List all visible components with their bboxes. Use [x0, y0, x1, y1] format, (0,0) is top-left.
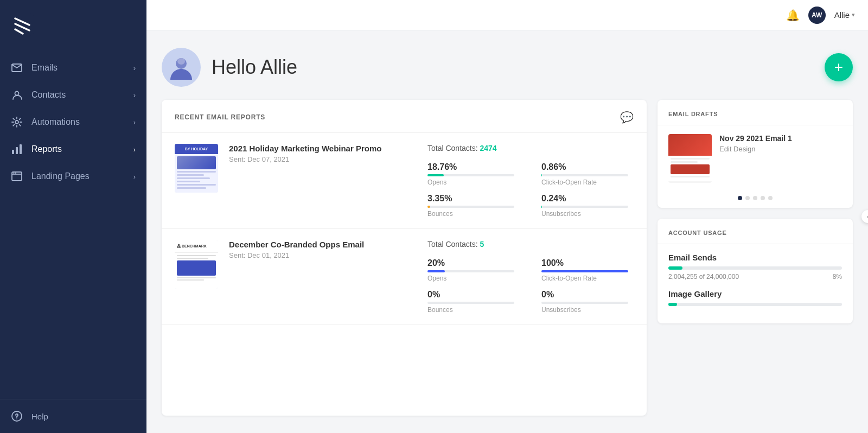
draft-edit-design-button[interactable]: Edit Design: [719, 145, 842, 153]
automations-chevron-icon: ›: [133, 118, 136, 126]
report-1-opens-label: Opens: [427, 179, 520, 186]
report-2-ctor-label: Click-to-Open Rate: [541, 275, 634, 282]
side-column: EMAIL DRAFTS: [658, 100, 853, 416]
fab-plus-icon: +: [834, 59, 843, 76]
usage-section-title: ACCOUNT USAGE: [668, 230, 727, 236]
report-1-bounces-value: 3.35%: [427, 194, 520, 203]
draft-dot-2[interactable]: [745, 196, 750, 200]
hero-left: Hello Allie: [162, 48, 297, 87]
email-sends-label: Email Sends: [668, 253, 842, 262]
draft-item[interactable]: Nov 29 2021 Email 1 Edit Design: [658, 125, 853, 192]
report-1-ctor-label: Click-to-Open Rate: [541, 179, 634, 186]
sidebar-logo-area: [0, 0, 146, 49]
draft-dot-5[interactable]: [768, 196, 773, 200]
report-1-stat-bounces: 3.35% Bounces: [427, 194, 520, 218]
topbar: 🔔 AW Allie ▾: [146, 0, 868, 30]
account-usage-card: ACCOUNT USAGE Email Sends 2,004,255 of 2…: [658, 219, 853, 323]
report-2-unsubs-label: Unsubscribes: [541, 306, 634, 314]
drafts-header: EMAIL DRAFTS: [658, 100, 853, 125]
draft-dot-1[interactable]: [738, 196, 742, 200]
help-label: Help: [31, 412, 48, 421]
report-1-thumbnail: BY HOLIDAY: [175, 144, 218, 193]
report-2-date: Sent: Dec 01, 2021: [229, 251, 417, 259]
report-2-bounces-label: Bounces: [427, 306, 520, 314]
usage-body: Email Sends 2,004,255 of 24,000,000 8% I…: [658, 244, 853, 323]
report-1-total-value: 2474: [480, 144, 497, 152]
draft-info: Nov 29 2021 Email 1 Edit Design: [719, 134, 842, 153]
emails-icon: [11, 62, 23, 74]
automations-icon: [11, 116, 23, 128]
sidebar-nav: Emails › Contacts › Automations ›: [0, 49, 146, 399]
sidebar-item-automations[interactable]: Automations ›: [0, 109, 146, 136]
sidebar-item-contacts[interactable]: Contacts ›: [0, 81, 146, 109]
report-2-unsubs-value: 0%: [541, 290, 634, 300]
page-title: Hello Allie: [212, 56, 297, 79]
contacts-icon: [11, 89, 23, 101]
content-area: Hello Allie + RECENT EMAIL REPORTS 💬: [146, 30, 868, 433]
report-2-stat-opens: 20% Opens: [427, 258, 520, 282]
recent-reports-card: RECENT EMAIL REPORTS 💬 BY HOLIDAY: [162, 100, 647, 416]
report-row[interactable]: BY HOLIDAY: [162, 133, 647, 229]
report-1-name: 2021 Holiday Marketing Webinar Promo: [229, 144, 417, 153]
svg-rect-8: [16, 147, 18, 154]
sidebar-item-reports[interactable]: Reports ›: [0, 136, 146, 163]
report-1-stat-ctor: 0.86% Click-to-Open Rate: [541, 162, 634, 186]
usage-email-sends: Email Sends 2,004,255 of 24,000,000 8%: [668, 253, 842, 281]
reports-card-header: RECENT EMAIL REPORTS 💬: [162, 100, 647, 133]
report-2-total-label: Total Contacts:: [427, 240, 480, 249]
drafts-section-title: EMAIL DRAFTS: [668, 111, 718, 117]
email-sends-usage-text: 2,004,255 of 24,000,000: [668, 273, 739, 281]
svg-rect-16: [177, 58, 185, 65]
image-gallery-label: Image Gallery: [668, 289, 842, 298]
notifications-bell-icon[interactable]: 🔔: [786, 9, 800, 22]
report-1-ctor-value: 0.86%: [541, 162, 634, 172]
report-2-stat-bounces: 0% Bounces: [427, 290, 520, 314]
sidebar-reports-label: Reports: [31, 144, 62, 154]
report-1-bounces-label: Bounces: [427, 210, 520, 218]
sidebar-help-item[interactable]: Help: [11, 410, 136, 422]
svg-point-6: [15, 120, 18, 124]
landing-pages-icon: [11, 170, 23, 182]
report-2-opens-value: 20%: [427, 258, 520, 268]
image-gallery-bar: [668, 303, 677, 306]
report-1-stat-opens: 18.76% Opens: [427, 162, 520, 186]
user-initials: AW: [812, 11, 822, 19]
svg-point-5: [15, 92, 19, 95]
reports-section-title: RECENT EMAIL REPORTS: [175, 113, 265, 121]
report-2-stat-unsubs: 0% Unsubscribes: [541, 290, 634, 314]
sidebar-item-landing-pages[interactable]: Landing Pages ›: [0, 163, 146, 190]
fab-add-button[interactable]: +: [825, 53, 853, 81]
email-sends-pct: 8%: [833, 273, 842, 281]
report-1-info: 2021 Holiday Marketing Webinar Promo Sen…: [229, 144, 417, 163]
user-menu-button[interactable]: Allie ▾: [834, 10, 855, 20]
report-1-opens-value: 18.76%: [427, 162, 520, 172]
draft-carousel-dots: [658, 192, 853, 208]
report-1-unsubs-value: 0.24%: [541, 194, 634, 203]
chat-icon[interactable]: 💬: [620, 111, 634, 124]
svg-point-11: [14, 173, 15, 174]
report-row[interactable]: ⁂ BENCHMARK: [162, 229, 647, 325]
draft-dot-4[interactable]: [761, 196, 765, 200]
usage-header: ACCOUNT USAGE: [658, 219, 853, 244]
draft-thumbnail: [668, 134, 712, 183]
svg-point-12: [15, 173, 16, 174]
topbar-actions: 🔔 AW Allie ▾: [786, 7, 855, 24]
report-1-date: Sent: Dec 07, 2021: [229, 155, 417, 163]
usage-image-gallery: Image Gallery: [668, 289, 842, 306]
user-avatar: AW: [808, 7, 826, 24]
sidebar-automations-label: Automations: [31, 117, 80, 127]
report-2-thumbnail: ⁂ BENCHMARK: [175, 240, 218, 289]
email-sends-bar: [668, 266, 682, 270]
draft-name: Nov 29 2021 Email 1: [719, 134, 842, 143]
sidebar-item-emails[interactable]: Emails ›: [0, 54, 146, 81]
help-icon: [11, 410, 23, 422]
svg-point-14: [16, 418, 17, 419]
brand-logo-icon: [11, 13, 34, 36]
report-2-name: December Co-Branded Opps Email: [229, 240, 417, 249]
report-2-ctor-value: 100%: [541, 258, 634, 268]
sidebar-landing-pages-label: Landing Pages: [31, 171, 90, 181]
report-2-stats: Total Contacts: 5 20% Opens 100%: [427, 240, 634, 314]
report-1-unsubs-label: Unsubscribes: [541, 210, 634, 218]
sidebar-contacts-label: Contacts: [31, 90, 66, 100]
draft-dot-3[interactable]: [753, 196, 757, 200]
